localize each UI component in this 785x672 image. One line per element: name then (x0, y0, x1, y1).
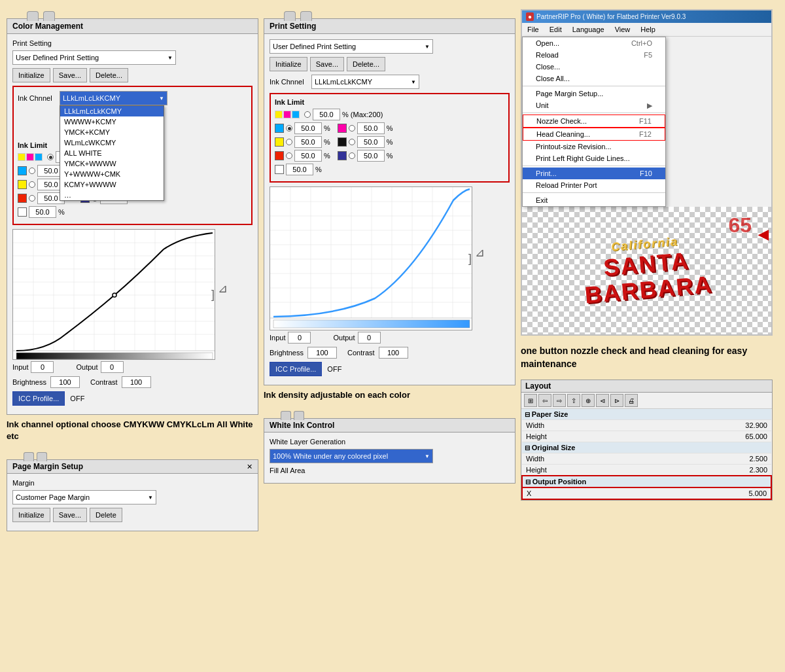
ink-option-selected[interactable]: LLkLmLcLkKCMY (60, 106, 164, 116)
menu-exit[interactable]: Exit (523, 194, 665, 206)
ink-limit-radio-2[interactable] (304, 111, 311, 118)
file-context-menu: Open... Ctrl+O Reload F5 Close... Close … (522, 37, 666, 207)
margin-dropdown[interactable]: Customer Page Margin ▼ (12, 490, 156, 504)
ink-limit-radio[interactable] (47, 154, 54, 160)
menu-print-guide[interactable]: Print Left Right Guide Lines... (523, 152, 665, 164)
margin-save-btn[interactable]: Save... (53, 508, 87, 522)
percent-max-label-2: % (Max:200) (342, 111, 383, 118)
save-button[interactable]: Save... (53, 68, 87, 82)
menu-bar: File Edit Language View Help (522, 23, 771, 37)
print-setting-dropdown-2[interactable]: User Defined Print Setting ▼ (270, 39, 433, 54)
ink-option-ywwww[interactable]: Y+WWWW+CMK (60, 169, 164, 179)
red-input-2[interactable] (294, 150, 322, 162)
menu-edit[interactable]: Edit (544, 24, 567, 35)
magenta-input-2[interactable] (357, 122, 385, 134)
brightness-label-2: Brightness (270, 349, 304, 357)
menu-reload-port[interactable]: Reload Printer Port (523, 179, 665, 191)
layout-tool-align-right[interactable]: ⊳ (610, 394, 623, 407)
margin-delete-btn[interactable]: Delete (90, 508, 122, 522)
ink-option-kcmy[interactable]: KCMY+WWWW (60, 179, 164, 190)
menu-open[interactable]: Open... Ctrl+O (523, 37, 665, 49)
margin-initialize-btn[interactable]: Initialize (12, 508, 50, 522)
menu-reload[interactable]: Reload F5 (523, 49, 665, 61)
ink-option-more[interactable]: … (60, 190, 164, 200)
icc-profile-button-2[interactable]: ICC Profile... (270, 362, 322, 376)
ink-channel-options[interactable]: LLkLmLcLkKCMY WWWW+KCMY YMCK+KCMY WLmLcW… (60, 105, 164, 201)
red-radio[interactable] (29, 195, 35, 202)
svg-rect-22 (270, 187, 472, 330)
ink-channel-label: Ink Chnnel (18, 94, 57, 102)
output-field-1[interactable] (101, 361, 124, 373)
print-setting-dropdown[interactable]: User Defined Print Setting ▼ (12, 50, 176, 65)
ink-option-ymckw[interactable]: YMCK+WWWW (60, 158, 164, 169)
magenta-radio-2[interactable] (349, 125, 355, 132)
ink-channel-dropdown-2[interactable]: LLkLmLcLkKCMY ▼ (311, 75, 419, 89)
layout-tool-grid[interactable]: ⊞ (524, 394, 537, 407)
black-radio-2[interactable] (349, 139, 355, 145)
contrast-label-1: Contrast (90, 378, 118, 386)
yellow-radio-2[interactable] (286, 139, 292, 145)
darkblue-input-2[interactable] (357, 150, 385, 162)
layout-tool-center[interactable]: ⊕ (582, 394, 595, 407)
icc-off-label-1: OFF (70, 395, 84, 402)
red-radio-2[interactable] (286, 152, 292, 159)
save-button-2[interactable]: Save... (310, 57, 344, 71)
initialize-button-2[interactable]: Initialize (270, 57, 307, 71)
rip-title-bar: ● PartnerRIP Pro ( White) for Flatbed Pr… (522, 10, 771, 23)
fill-all-label: Fill All Area (270, 467, 305, 474)
menu-printout-size[interactable]: Printout-size Revision... (523, 141, 665, 152)
white-input-2[interactable] (286, 164, 313, 175)
layout-tool-print[interactable]: 🖨 (625, 394, 638, 407)
yellow-input-2[interactable] (294, 136, 322, 148)
orig-height-label: Height (522, 465, 644, 476)
cyan-radio-2[interactable] (286, 125, 292, 132)
menu-head-cleaning[interactable]: Head Cleaning... F12 (523, 128, 665, 141)
cyan-input-2[interactable] (294, 122, 322, 134)
svg-rect-21 (16, 353, 213, 359)
white-input[interactable] (29, 206, 56, 218)
output-label-2: Output (333, 334, 355, 342)
rip-window: ● PartnerRIP Pro ( White) for Flatbed Pr… (521, 9, 773, 336)
white-layer-dropdown[interactable]: 100% White under any colored pixel ▼ (270, 449, 433, 463)
ink-limit-percent-2[interactable] (313, 109, 340, 120)
menu-print[interactable]: Print... F10 (523, 168, 665, 179)
input-field-1[interactable] (31, 361, 54, 373)
cyan-radio[interactable] (29, 168, 35, 174)
input-field-2[interactable] (288, 332, 311, 344)
menu-nozzle-check[interactable]: Nozzle Check... F11 (523, 115, 665, 128)
brightness-input-2[interactable] (307, 347, 337, 359)
menu-view[interactable]: View (610, 24, 636, 35)
icc-profile-button-1[interactable]: ICC Profile... (12, 391, 65, 406)
contrast-input-1[interactable] (122, 376, 151, 388)
delete-button-2[interactable]: Delete... (347, 57, 385, 71)
menu-help[interactable]: Help (635, 24, 661, 35)
page-margin-close[interactable]: ✕ (247, 463, 253, 471)
input-label-1: Input (12, 363, 28, 371)
layout-tool-arrow-right[interactable]: ⇨ (553, 394, 566, 407)
layout-tool-align-left[interactable]: ⊲ (596, 394, 609, 407)
ink-option-ymck[interactable]: YMCK+KCMY (60, 127, 164, 137)
layout-tool-arrow-up[interactable]: ⇧ (567, 394, 580, 407)
menu-close[interactable]: Close... (523, 61, 665, 73)
delete-button[interactable]: Delete... (90, 68, 128, 82)
menu-page-margin[interactable]: Page Margin Setup... (523, 88, 665, 99)
white-layer-label: White Layer Generation (270, 438, 345, 446)
menu-file[interactable]: File (522, 24, 544, 35)
ink-option-wlm[interactable]: WLmLcWKCMY (60, 137, 164, 148)
rip-icon: ● (526, 12, 534, 21)
initialize-button[interactable]: Initialize (12, 68, 50, 82)
menu-unit[interactable]: Unit ▶ (523, 99, 665, 111)
contrast-input-2[interactable] (379, 347, 408, 359)
paper-height-label: Height (522, 431, 644, 442)
menu-close-all[interactable]: Close All... (523, 73, 665, 84)
brightness-input-1[interactable] (50, 376, 80, 388)
layout-tool-arrow-left[interactable]: ⇦ (538, 394, 551, 407)
menu-language[interactable]: Language (567, 24, 610, 35)
yellow-radio[interactable] (29, 181, 35, 188)
darkblue-radio-2[interactable] (349, 152, 355, 159)
ink-option-allwhite[interactable]: ALL WHITE (60, 148, 164, 158)
black-input-2[interactable] (357, 136, 385, 148)
ink-option-wwww[interactable]: WWWW+KCMY (60, 116, 164, 127)
output-field-2[interactable] (358, 332, 381, 344)
ink-channel-dropdown[interactable]: LLkLmLcLkKCMY ▼ (60, 91, 167, 105)
